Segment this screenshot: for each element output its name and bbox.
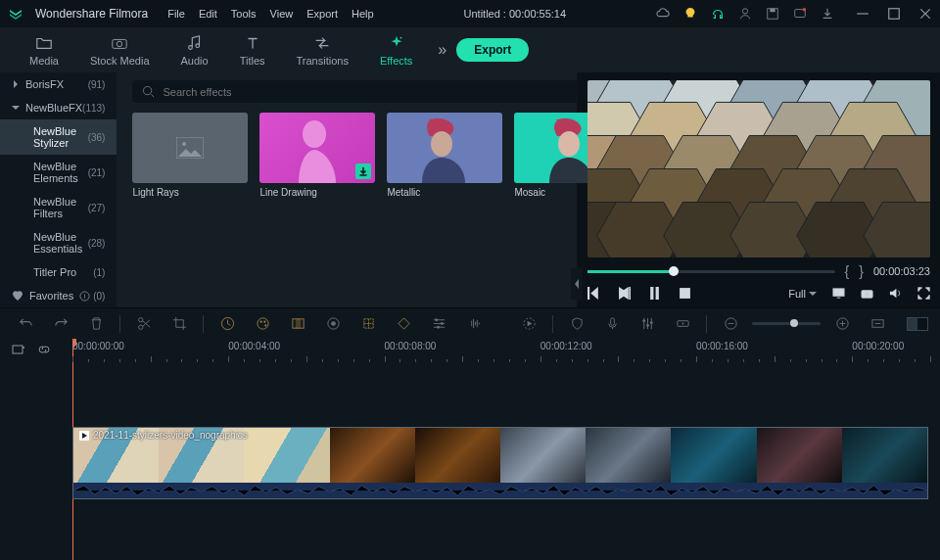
menu-help[interactable]: Help — [352, 8, 374, 20]
svg-point-42 — [331, 321, 336, 326]
tab-titles[interactable]: Titles — [224, 30, 281, 70]
sidebar-item-newblue-stylizer[interactable]: NewBlue Stylizer(36) — [0, 119, 117, 155]
svg-point-37 — [263, 321, 265, 323]
preview-canvas[interactable] — [588, 80, 930, 257]
marker-shield-icon[interactable] — [563, 310, 590, 338]
video-track-clip[interactable]: 2021-11-stylizers-video_nographics — [72, 427, 928, 499]
pause-icon[interactable] — [648, 287, 661, 300]
svg-rect-29 — [833, 289, 844, 296]
cloud-icon[interactable] — [656, 7, 670, 21]
effect-thumb-metallic[interactable]: Metallic — [387, 113, 502, 198]
svg-point-43 — [435, 318, 438, 321]
render-icon[interactable] — [515, 310, 542, 338]
chevron-right-icon — [12, 80, 20, 88]
adjust-icon[interactable] — [425, 310, 452, 338]
more-tabs-icon[interactable]: » — [428, 41, 456, 59]
app-logo — [8, 6, 24, 22]
export-button[interactable]: Export — [456, 38, 529, 62]
menu-export[interactable]: Export — [306, 8, 338, 20]
menu-view[interactable]: View — [270, 8, 294, 20]
display-icon[interactable] — [832, 287, 845, 300]
svg-rect-26 — [650, 287, 653, 300]
camera-icon — [111, 34, 128, 52]
svg-rect-50 — [649, 322, 652, 324]
record-icon[interactable] — [319, 310, 347, 338]
download-badge-icon[interactable] — [355, 163, 371, 179]
minimize-icon[interactable] — [856, 7, 870, 21]
info-icon: i — [79, 291, 90, 302]
clip-play-icon — [79, 431, 89, 441]
volume-icon[interactable] — [889, 287, 902, 300]
mic-icon[interactable] — [598, 310, 626, 338]
ruler-timestamp: 00:00:20:00 — [852, 341, 904, 351]
sidebar-item-newblue-filters[interactable]: NewBlue Filters(27) — [0, 190, 117, 225]
tab-audio[interactable]: Audio — [165, 30, 224, 70]
effect-thumb-light-rays[interactable]: Light Rays — [132, 113, 248, 198]
color-icon[interactable] — [249, 310, 276, 338]
menu-tools[interactable]: Tools — [231, 8, 257, 20]
green-screen-icon[interactable] — [284, 310, 311, 338]
play-icon[interactable] — [618, 287, 631, 300]
mask-icon[interactable] — [354, 310, 382, 338]
sidebar-item-newblue-essentials[interactable]: NewBlue Essentials(28) — [0, 225, 117, 260]
timeline-toolbar — [0, 307, 940, 339]
redo-icon[interactable] — [47, 310, 74, 338]
tab-transitions[interactable]: Transitions — [281, 30, 364, 70]
delete-icon[interactable] — [82, 310, 110, 338]
save-icon[interactable] — [766, 7, 779, 21]
tab-stock-media[interactable]: Stock Media — [74, 30, 165, 70]
lightbulb-icon[interactable] — [683, 7, 697, 21]
search-box[interactable] — [132, 80, 604, 103]
svg-point-24 — [431, 131, 452, 157]
mark-in-button[interactable]: { — [845, 263, 850, 279]
fullscreen-icon[interactable] — [917, 287, 930, 300]
stop-icon[interactable] — [679, 287, 691, 300]
tab-media[interactable]: Media — [14, 30, 74, 70]
app-name: Wondershare Filmora — [35, 7, 148, 21]
message-icon[interactable] — [793, 7, 807, 21]
sidebar-item-titler-pro[interactable]: Titler Pro(1) — [0, 260, 117, 284]
zoom-out-icon[interactable] — [717, 310, 744, 338]
sidebar-item-newblue-elements[interactable]: NewBlue Elements(21) — [0, 155, 117, 190]
crop-icon[interactable] — [165, 310, 193, 338]
headphones-icon[interactable] — [711, 7, 725, 21]
search-input[interactable] — [163, 86, 594, 98]
audio-edit-icon[interactable] — [460, 310, 488, 338]
svg-point-23 — [303, 120, 326, 148]
zoom-in-icon[interactable] — [828, 310, 856, 338]
effect-thumb-line-drawing[interactable]: Line Drawing — [259, 113, 375, 198]
zoom-slider[interactable] — [752, 322, 821, 325]
preview-quality-select[interactable]: Full — [788, 288, 817, 300]
prev-frame-icon[interactable] — [588, 287, 600, 300]
mixer-icon[interactable] — [634, 310, 661, 338]
snapshot-icon[interactable] — [861, 287, 873, 300]
user-icon[interactable] — [738, 7, 752, 21]
undo-icon[interactable] — [12, 310, 39, 338]
timeline: 00:00:00:0000:00:04:0000:00:08:0000:00:1… — [0, 339, 940, 560]
maximize-icon[interactable] — [887, 7, 901, 21]
sidebar-item-favorites[interactable]: Favoritesi (0) — [0, 284, 117, 307]
svg-point-22 — [182, 142, 186, 146]
tab-effects[interactable]: Effects — [364, 30, 428, 70]
ruler-timestamp: 00:00:08:00 — [385, 341, 437, 351]
search-icon — [142, 85, 155, 98]
panel-collapse-handle[interactable] — [571, 268, 583, 300]
speed-icon[interactable] — [213, 310, 241, 338]
add-track-icon[interactable] — [12, 343, 25, 356]
download-icon[interactable] — [821, 7, 834, 21]
ratio-preview-icon[interactable] — [907, 317, 928, 331]
zoom-fit-icon[interactable] — [864, 310, 891, 338]
link-icon[interactable] — [37, 343, 51, 356]
mark-out-button[interactable]: } — [859, 263, 864, 279]
heart-icon — [12, 290, 24, 302]
split-icon[interactable] — [130, 310, 158, 338]
timeline-ruler[interactable]: 00:00:00:0000:00:04:0000:00:08:0000:00:1… — [72, 339, 940, 378]
preview-scrub-slider[interactable] — [588, 270, 835, 273]
sidebar-item-borisfx[interactable]: BorisFX (91) — [0, 72, 117, 96]
sidebar-item-newbluefx[interactable]: NewBlueFX (113) — [0, 96, 117, 119]
snap-icon[interactable] — [669, 310, 696, 338]
keyframe-icon[interactable] — [390, 310, 417, 338]
menu-file[interactable]: File — [167, 8, 185, 20]
close-icon[interactable] — [918, 7, 932, 21]
menu-edit[interactable]: Edit — [199, 8, 217, 20]
